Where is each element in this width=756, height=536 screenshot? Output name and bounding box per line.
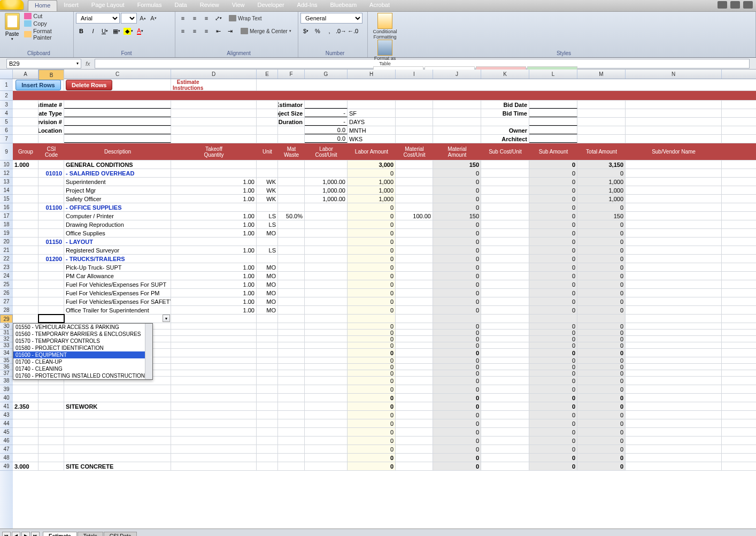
cell[interactable]: 0	[577, 263, 626, 271]
cell[interactable]	[278, 419, 305, 427]
cell[interactable]	[481, 342, 529, 348]
sheet-tab-totals[interactable]: Totals	[78, 532, 103, 537]
cell[interactable]	[13, 385, 38, 393]
cell[interactable]	[396, 178, 433, 186]
cell[interactable]	[278, 462, 305, 470]
cell[interactable]	[305, 330, 348, 335]
cell[interactable]	[626, 315, 722, 323]
cell[interactable]	[38, 297, 64, 305]
cell[interactable]	[64, 315, 171, 323]
cell[interactable]: 0	[577, 306, 626, 314]
estimate-instructions-link[interactable]: EstimateInstructions	[173, 79, 203, 90]
cell[interactable]: 0	[348, 462, 396, 470]
cell[interactable]	[626, 229, 722, 237]
cell[interactable]: SF	[348, 109, 396, 117]
dropdown-item[interactable]: 01580 - PROJECT IDENTIFICATION	[13, 344, 152, 351]
cell[interactable]	[577, 126, 626, 134]
column-header-F[interactable]: F	[278, 70, 305, 79]
cell[interactable]	[171, 445, 257, 453]
cell[interactable]	[38, 315, 64, 323]
cell[interactable]: 0	[433, 255, 481, 263]
cell[interactable]: Project Location	[38, 126, 64, 134]
cell[interactable]	[171, 364, 257, 370]
cell[interactable]	[13, 411, 38, 419]
cell[interactable]	[257, 370, 278, 376]
cell[interactable]: 0	[433, 186, 481, 194]
cell[interactable]: MNTH	[348, 126, 396, 134]
cell[interactable]	[278, 126, 305, 134]
cell[interactable]: Registered Surveyor	[64, 246, 171, 254]
cell[interactable]: 1.00	[171, 195, 257, 203]
cell[interactable]	[626, 280, 722, 288]
orientation-button[interactable]: ⤢▾	[213, 13, 223, 24]
cell[interactable]: 1.00	[171, 178, 257, 186]
cell[interactable]: 0	[348, 255, 396, 263]
cell[interactable]	[257, 462, 278, 470]
border-button[interactable]: ▦▾	[111, 26, 122, 36]
row-header-26[interactable]: 26	[0, 289, 13, 297]
cell[interactable]	[13, 445, 38, 453]
cell[interactable]: 1,000	[577, 186, 626, 194]
cell[interactable]	[396, 280, 433, 288]
cell[interactable]: 0	[433, 289, 481, 297]
column-header-B[interactable]: B	[38, 70, 64, 80]
cell[interactable]	[278, 330, 305, 335]
cell[interactable]: 0	[348, 437, 396, 445]
cell[interactable]: 0	[348, 411, 396, 419]
cell[interactable]: LS	[257, 220, 278, 228]
cell[interactable]	[171, 411, 257, 419]
cell[interactable]	[278, 255, 305, 263]
cell[interactable]	[577, 109, 626, 117]
cell[interactable]	[396, 323, 433, 329]
cell[interactable]: WKS	[348, 135, 396, 143]
cell[interactable]	[626, 203, 722, 211]
row-header-46[interactable]: 46	[0, 437, 13, 445]
cell[interactable]	[13, 428, 38, 436]
cell[interactable]: 0	[577, 394, 626, 402]
cell[interactable]	[257, 377, 278, 385]
row-header-33[interactable]: 33	[0, 342, 13, 349]
cell[interactable]: 0	[577, 402, 626, 410]
cell[interactable]: 0	[529, 364, 577, 370]
cell[interactable]	[278, 394, 305, 402]
cell[interactable]	[626, 357, 722, 363]
cell[interactable]: 0	[348, 238, 396, 246]
tab-next-button[interactable]: ▶	[21, 532, 30, 537]
cell[interactable]	[38, 306, 64, 314]
cell[interactable]: 0	[577, 203, 626, 211]
row-header-45[interactable]: 45	[0, 428, 13, 437]
cell[interactable]	[278, 315, 305, 323]
row-header-18[interactable]: 18	[0, 220, 13, 229]
row-header-7[interactable]: 7	[0, 135, 13, 143]
cell[interactable]: Owner	[481, 126, 529, 134]
cell[interactable]: 150	[433, 212, 481, 220]
cell[interactable]	[13, 135, 38, 143]
cell[interactable]: 0	[577, 238, 626, 246]
ribbon-tab-bluebeam[interactable]: Bluebeam	[324, 0, 364, 11]
cell[interactable]	[626, 306, 722, 314]
cell[interactable]: 0	[529, 246, 577, 254]
cell[interactable]	[278, 229, 305, 237]
cell[interactable]: Estimator	[278, 101, 305, 109]
cell[interactable]	[171, 437, 257, 445]
cell[interactable]	[257, 411, 278, 419]
cell[interactable]	[396, 255, 433, 263]
cell[interactable]: 0	[433, 246, 481, 254]
cell[interactable]: 0	[433, 370, 481, 376]
cell[interactable]: 0	[577, 220, 626, 228]
cell[interactable]	[305, 394, 348, 402]
cell[interactable]	[171, 238, 257, 246]
ribbon-tab-review[interactable]: Review	[194, 0, 226, 11]
cell[interactable]: 0	[529, 394, 577, 402]
tab-last-button[interactable]: ⏭	[31, 532, 40, 537]
cell[interactable]: 0	[529, 377, 577, 385]
cell[interactable]	[64, 109, 171, 117]
cell[interactable]: 0	[529, 195, 577, 203]
row-header-10[interactable]: 10	[0, 160, 13, 169]
cell[interactable]: 0	[348, 402, 396, 410]
cell[interactable]	[305, 364, 348, 370]
row-header-12[interactable]: 12	[0, 169, 13, 178]
cell[interactable]	[278, 428, 305, 436]
cell[interactable]	[38, 186, 64, 194]
cell[interactable]	[171, 203, 257, 211]
